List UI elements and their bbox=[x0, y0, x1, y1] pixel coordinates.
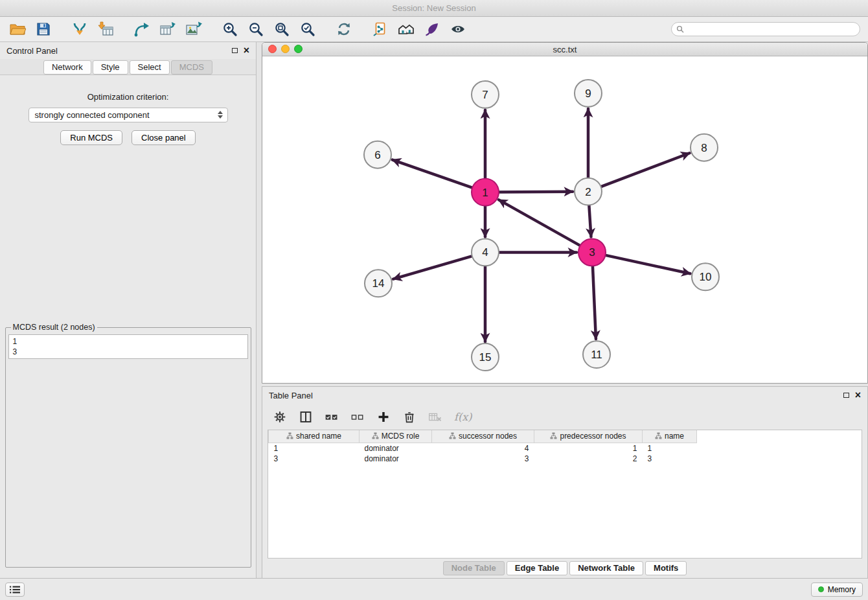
node-7[interactable]: 7 bbox=[472, 81, 499, 108]
search-box[interactable] bbox=[671, 22, 860, 36]
table-cell[interactable]: dominator bbox=[360, 454, 432, 465]
table-cell[interactable]: 3 bbox=[269, 454, 360, 465]
edge-3-1[interactable] bbox=[499, 200, 592, 252]
import-tool-group bbox=[70, 19, 115, 39]
zoom-out-button[interactable] bbox=[246, 19, 266, 39]
float-panel-icon[interactable] bbox=[232, 48, 238, 53]
table-row[interactable]: 3dominator323 bbox=[269, 454, 862, 465]
mcds-result-title: MCDS result (2 nodes) bbox=[11, 323, 97, 332]
tab-network[interactable]: Network bbox=[43, 60, 91, 75]
node-1[interactable]: 1 bbox=[472, 179, 499, 206]
node-6[interactable]: 6 bbox=[364, 141, 391, 168]
search-input[interactable] bbox=[687, 25, 855, 34]
float-table-panel-icon[interactable] bbox=[843, 393, 849, 398]
table-panel-title: Table Panel bbox=[269, 391, 313, 400]
tab-select[interactable]: Select bbox=[130, 60, 170, 75]
import-network-icon bbox=[71, 21, 88, 37]
zoom-in-button[interactable] bbox=[220, 19, 240, 39]
select-all-button[interactable] bbox=[325, 410, 339, 424]
import-table-icon bbox=[97, 21, 114, 37]
export-network-button[interactable] bbox=[132, 19, 152, 39]
add-row-button[interactable] bbox=[376, 410, 391, 424]
table-cell[interactable]: dominator bbox=[360, 443, 432, 454]
column-header-shared-name[interactable]: shared name bbox=[269, 430, 360, 443]
show-hide-details-button[interactable] bbox=[448, 19, 468, 39]
import-network-button[interactable] bbox=[70, 19, 89, 39]
node-2[interactable]: 2 bbox=[575, 178, 602, 205]
optimization-label: Optimization criterion: bbox=[87, 92, 169, 102]
table-cell[interactable]: 1 bbox=[534, 443, 643, 454]
tab-edge-table[interactable]: Edge Table bbox=[507, 561, 567, 575]
export-image-button[interactable] bbox=[184, 19, 203, 39]
open-session-button[interactable] bbox=[8, 19, 27, 39]
close-table-panel-icon[interactable]: × bbox=[855, 390, 861, 400]
table-cell[interactable]: 3 bbox=[643, 454, 697, 465]
export-table-button[interactable] bbox=[158, 19, 177, 39]
node-label: 2 bbox=[585, 186, 591, 198]
copy-network-button[interactable] bbox=[371, 19, 390, 39]
node-3[interactable]: 3 bbox=[578, 238, 606, 266]
column-header-predecessor-nodes[interactable]: predecessor nodes bbox=[534, 430, 643, 443]
optimization-dropdown[interactable]: strongly connected component bbox=[29, 108, 228, 122]
node-label: 1 bbox=[482, 187, 488, 199]
tab-motifs[interactable]: Motifs bbox=[645, 561, 687, 575]
mcds-result-list[interactable]: 13 bbox=[8, 334, 248, 359]
export-table-icon bbox=[159, 21, 176, 37]
table-row[interactable]: 1dominator411 bbox=[269, 443, 862, 454]
vertical-splitter[interactable] bbox=[257, 42, 262, 578]
node-9[interactable]: 9 bbox=[575, 80, 602, 107]
tab-mcds[interactable]: MCDS bbox=[171, 60, 212, 75]
run-mcds-button[interactable]: Run MCDS bbox=[60, 130, 122, 145]
control-panel: Control Panel × NetworkStyleSelectMCDS O… bbox=[0, 42, 257, 578]
column-header-name[interactable]: name bbox=[643, 430, 697, 443]
tab-network-table[interactable]: Network Table bbox=[569, 561, 643, 575]
table-settings-button[interactable] bbox=[273, 410, 287, 424]
first-neighbors-button[interactable] bbox=[396, 19, 416, 39]
network-graph[interactable]: 7968123414101511 bbox=[262, 56, 867, 383]
table-cell[interactable]: 1 bbox=[643, 443, 697, 454]
show-columns-button[interactable] bbox=[299, 410, 313, 424]
table-panel: Table Panel × f(x) bbox=[262, 386, 868, 578]
save-disk-icon bbox=[35, 21, 52, 37]
table-cell[interactable]: 1 bbox=[269, 443, 360, 454]
column-header-MCDS-role[interactable]: MCDS role bbox=[360, 430, 432, 443]
list-icon bbox=[10, 586, 20, 594]
edge-2-8[interactable] bbox=[588, 153, 690, 191]
node-8[interactable]: 8 bbox=[691, 134, 718, 161]
import-table-button[interactable] bbox=[96, 19, 115, 39]
close-window-icon[interactable] bbox=[268, 45, 277, 53]
edge-4-14[interactable] bbox=[393, 252, 485, 279]
close-panel-icon[interactable]: × bbox=[244, 45, 249, 56]
zoom-fit-button[interactable] bbox=[272, 19, 291, 39]
edge-1-6[interactable] bbox=[393, 160, 485, 192]
style-paint-icon bbox=[424, 21, 440, 37]
node-15[interactable]: 15 bbox=[472, 343, 499, 371]
table-cell-empty bbox=[697, 454, 862, 465]
show-panels-button[interactable] bbox=[5, 583, 25, 597]
table-cell[interactable]: 2 bbox=[534, 454, 643, 465]
edge-3-10[interactable] bbox=[592, 252, 691, 273]
tab-style[interactable]: Style bbox=[93, 60, 128, 75]
save-session-button[interactable] bbox=[34, 19, 53, 39]
table-cell[interactable]: 3 bbox=[432, 454, 534, 465]
column-header-successor-nodes[interactable]: successor nodes bbox=[432, 430, 534, 443]
minimize-window-icon[interactable] bbox=[281, 45, 290, 53]
delete-row-button[interactable] bbox=[402, 410, 417, 424]
export-network-icon bbox=[133, 21, 150, 37]
columns-icon bbox=[299, 410, 313, 424]
memory-button[interactable]: Memory bbox=[811, 583, 863, 597]
apply-layout-button[interactable] bbox=[334, 19, 354, 39]
zoom-window-icon[interactable] bbox=[294, 45, 303, 53]
node-10[interactable]: 10 bbox=[692, 263, 719, 290]
close-mcds-panel-button[interactable]: Close panel bbox=[131, 130, 196, 145]
zoom-out-icon bbox=[247, 21, 264, 37]
unselect-all-button[interactable] bbox=[350, 410, 365, 424]
node-14[interactable]: 14 bbox=[365, 270, 392, 297]
style-button[interactable] bbox=[422, 19, 442, 39]
select-all-icon bbox=[325, 410, 339, 424]
tab-node-table[interactable]: Node Table bbox=[443, 561, 505, 575]
zoom-selected-button[interactable] bbox=[298, 19, 317, 39]
node-4[interactable]: 4 bbox=[472, 238, 499, 266]
node-11[interactable]: 11 bbox=[583, 341, 610, 368]
table-cell[interactable]: 4 bbox=[432, 443, 534, 454]
